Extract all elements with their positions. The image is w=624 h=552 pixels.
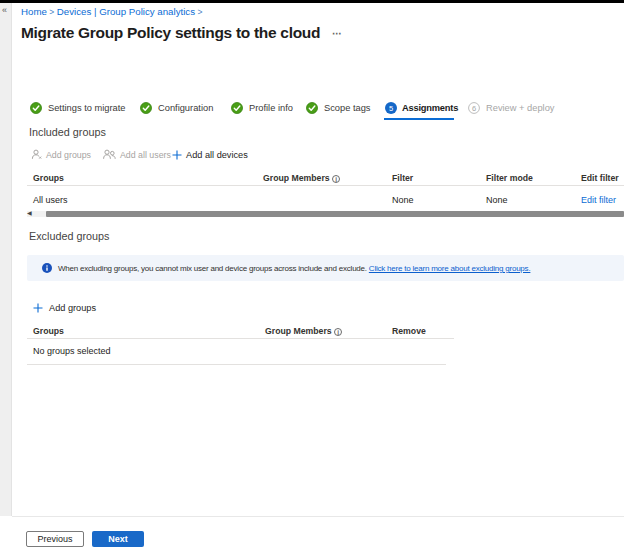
svg-text:5: 5 [389,104,393,113]
svg-text:6: 6 [472,104,476,113]
